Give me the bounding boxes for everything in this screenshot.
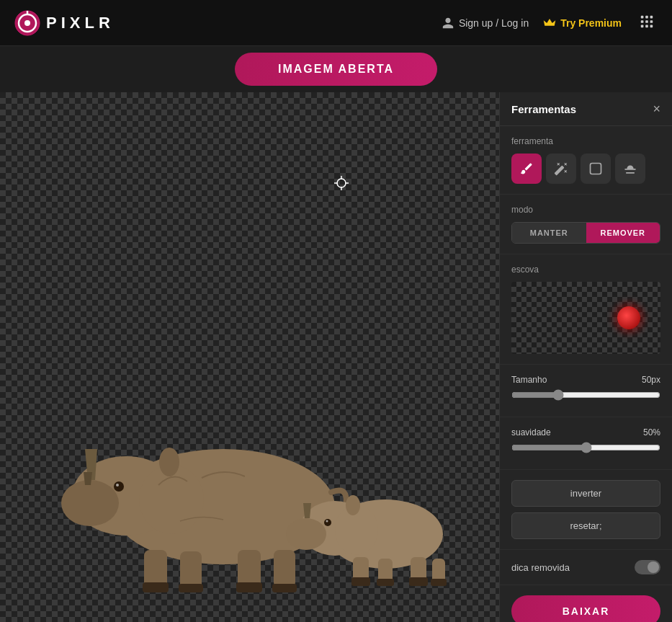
svg-rect-29: [272, 584, 297, 592]
stamp-icon: [623, 161, 637, 176]
svg-rect-12: [650, 25, 653, 28]
svg-rect-11: [645, 25, 648, 28]
mode-buttons-group: MANTER REMOVER: [511, 222, 660, 244]
pixlr-logo-icon: [14, 10, 40, 36]
svg-rect-28: [236, 582, 262, 592]
rhino-svg: [58, 355, 447, 593]
size-value: 50px: [642, 375, 660, 385]
wand-icon: [554, 161, 568, 176]
user-icon: [442, 17, 454, 30]
brush-icon: [519, 161, 534, 176]
mode-section: modo MANTER REMOVER: [500, 195, 672, 254]
smoothness-slider-row: suavidade 50%: [511, 427, 660, 456]
svg-rect-25: [274, 550, 295, 588]
crown-icon: [543, 17, 556, 30]
svg-point-36: [324, 519, 331, 526]
lasso-tool-button[interactable]: [581, 154, 611, 184]
toggle-switch[interactable]: [635, 560, 660, 574]
svg-point-20: [114, 481, 124, 492]
wand-tool-button[interactable]: [546, 154, 576, 184]
reset-button[interactable]: resetar;: [511, 512, 660, 539]
svg-point-21: [116, 484, 119, 487]
size-section: Tamanho 50px: [500, 365, 672, 417]
try-premium-button[interactable]: Try Premium: [543, 17, 622, 30]
crosshair-cursor: [334, 176, 349, 190]
svg-point-19: [159, 448, 179, 476]
svg-rect-51: [591, 164, 601, 174]
tool-section-label: ferramenta: [511, 136, 660, 146]
svg-rect-44: [409, 577, 428, 586]
size-slider-row: Tamanho 50px: [511, 375, 660, 404]
toggle-row: dica removida: [500, 550, 672, 585]
subheader: IMAGEM ABERTA: [0, 46, 672, 92]
logo-area: PIXLR: [14, 10, 115, 36]
download-button[interactable]: BAIXAR: [511, 595, 660, 622]
size-slider[interactable]: [511, 389, 660, 401]
signup-login-button[interactable]: Sign up / Log in: [442, 17, 529, 30]
panel-title: Ferramentas: [511, 103, 576, 115]
signup-login-label: Sign up / Log in: [459, 17, 529, 29]
svg-rect-5: [645, 16, 648, 19]
stamp-tool-button[interactable]: [615, 154, 645, 184]
download-section: BAIXAR: [500, 585, 672, 622]
svg-point-16: [61, 480, 119, 526]
rhino-image: [58, 355, 447, 593]
tool-buttons-group: [511, 154, 660, 184]
svg-point-46: [337, 179, 346, 187]
right-panel: Ferramentas × ferramenta: [499, 92, 672, 622]
svg-marker-18: [84, 472, 92, 485]
toggle-knob: [648, 561, 659, 573]
svg-rect-8: [645, 20, 648, 23]
svg-point-37: [326, 520, 328, 523]
manter-mode-button[interactable]: MANTER: [512, 223, 586, 243]
header: PIXLR Sign up / Log in Try Premium: [0, 0, 672, 46]
pixlr-logo-text: PIXLR: [46, 14, 115, 32]
svg-rect-9: [650, 20, 653, 23]
header-right: Sign up / Log in Try Premium: [442, 11, 658, 35]
toggle-label: dica removida: [511, 562, 570, 573]
smoothness-label: suavidade: [511, 427, 551, 437]
svg-point-35: [346, 495, 360, 515]
svg-rect-6: [650, 16, 653, 19]
lasso-icon: [588, 161, 603, 176]
brush-section-label: escova: [511, 265, 660, 275]
svg-point-2: [24, 20, 30, 26]
smoothness-value: 50%: [643, 427, 660, 437]
brush-preview: [511, 282, 660, 354]
svg-rect-42: [351, 577, 370, 586]
svg-rect-45: [431, 579, 447, 586]
open-image-button[interactable]: IMAGEM ABERTA: [235, 53, 437, 86]
svg-rect-4: [641, 16, 644, 19]
smoothness-section: suavidade 50%: [500, 417, 672, 470]
svg-rect-27: [179, 584, 203, 592]
try-premium-label: Try Premium: [560, 17, 622, 29]
size-label: Tamanho: [511, 375, 547, 385]
tool-section: ferramenta: [500, 126, 672, 195]
svg-point-33: [286, 518, 326, 550]
panel-header: Ferramentas ×: [500, 92, 672, 126]
svg-rect-26: [143, 582, 169, 592]
mode-section-label: modo: [511, 205, 660, 215]
apps-grid-icon: [639, 14, 655, 30]
remover-mode-button[interactable]: REMOVER: [586, 223, 660, 243]
main-content: Ferramentas × ferramenta: [0, 92, 672, 622]
brush-tool-button[interactable]: [511, 154, 542, 184]
apps-menu-button[interactable]: [636, 11, 658, 35]
smoothness-slider[interactable]: [511, 442, 660, 453]
brush-dot: [617, 306, 640, 329]
svg-rect-10: [641, 25, 644, 28]
panel-close-button[interactable]: ×: [653, 102, 660, 115]
invert-button[interactable]: inverter: [511, 480, 660, 507]
svg-rect-43: [377, 579, 394, 586]
svg-rect-7: [641, 20, 644, 23]
brush-section: escova: [500, 254, 672, 365]
canvas-area[interactable]: [0, 92, 499, 622]
action-buttons-section: inverter resetar;: [500, 470, 672, 550]
